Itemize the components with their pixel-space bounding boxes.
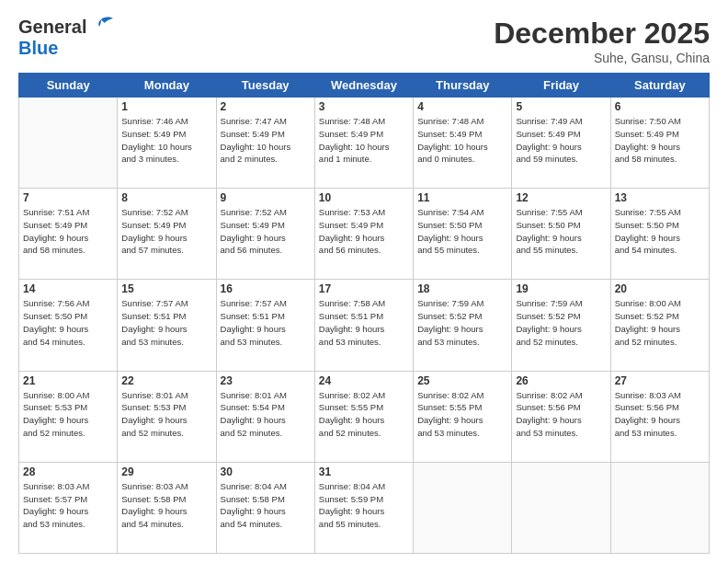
header-monday: Monday [118,74,216,98]
day-number: 29 [121,465,211,478]
day-number: 30 [221,465,311,478]
day-number: 5 [516,100,606,113]
calendar-cell: 13Sunrise: 7:55 AM Sunset: 5:50 PM Dayli… [610,189,709,280]
day-number: 25 [417,374,507,387]
day-number: 11 [417,191,507,204]
day-info: Sunrise: 7:59 AM Sunset: 5:52 PM Dayligh… [417,297,507,348]
day-info: Sunrise: 7:50 AM Sunset: 5:49 PM Dayligh… [615,115,705,166]
calendar-cell: 10Sunrise: 7:53 AM Sunset: 5:49 PM Dayli… [314,189,413,280]
month-title: December 2025 [494,17,710,51]
day-info: Sunrise: 7:55 AM Sunset: 5:50 PM Dayligh… [615,206,705,257]
day-info: Sunrise: 7:53 AM Sunset: 5:49 PM Dayligh… [319,206,409,257]
day-info: Sunrise: 7:48 AM Sunset: 5:49 PM Dayligh… [319,115,409,166]
calendar-week-row: 1Sunrise: 7:46 AM Sunset: 5:49 PM Daylig… [19,98,710,189]
calendar-cell: 14Sunrise: 7:56 AM Sunset: 5:50 PM Dayli… [19,280,118,371]
day-info: Sunrise: 7:52 AM Sunset: 5:49 PM Dayligh… [221,206,311,257]
day-info: Sunrise: 8:02 AM Sunset: 5:55 PM Dayligh… [319,389,409,440]
calendar-cell: 6Sunrise: 7:50 AM Sunset: 5:49 PM Daylig… [610,98,709,189]
day-number: 8 [121,191,211,204]
calendar-cell: 31Sunrise: 8:04 AM Sunset: 5:59 PM Dayli… [314,462,413,553]
calendar-week-row: 21Sunrise: 8:00 AM Sunset: 5:53 PM Dayli… [19,371,710,462]
day-number: 31 [319,465,409,478]
header-sunday: Sunday [19,74,118,98]
day-info: Sunrise: 8:03 AM Sunset: 5:57 PM Dayligh… [23,480,113,531]
day-number: 16 [221,282,311,295]
calendar-cell: 19Sunrise: 7:59 AM Sunset: 5:52 PM Dayli… [512,280,610,371]
calendar-cell: 7Sunrise: 7:51 AM Sunset: 5:49 PM Daylig… [19,189,118,280]
day-number: 21 [23,374,113,387]
calendar-cell [512,462,610,553]
day-info: Sunrise: 8:03 AM Sunset: 5:58 PM Dayligh… [121,480,211,531]
day-info: Sunrise: 8:01 AM Sunset: 5:54 PM Dayligh… [221,389,311,440]
calendar-cell: 27Sunrise: 8:03 AM Sunset: 5:56 PM Dayli… [610,371,709,462]
day-number: 18 [417,282,507,295]
day-info: Sunrise: 7:57 AM Sunset: 5:51 PM Dayligh… [221,297,311,348]
day-number: 1 [121,100,211,113]
day-number: 7 [23,191,113,204]
calendar-cell [19,98,118,189]
day-number: 15 [121,282,211,295]
calendar-cell: 25Sunrise: 8:02 AM Sunset: 5:55 PM Dayli… [414,371,512,462]
header-tuesday: Tuesday [216,74,314,98]
calendar-cell: 29Sunrise: 8:03 AM Sunset: 5:58 PM Dayli… [118,462,216,553]
calendar-cell: 21Sunrise: 8:00 AM Sunset: 5:53 PM Dayli… [19,371,118,462]
day-info: Sunrise: 7:48 AM Sunset: 5:49 PM Dayligh… [417,115,507,166]
page: General Blue December 2025 Suhe, Gansu, … [0,0,728,563]
calendar-cell: 17Sunrise: 7:58 AM Sunset: 5:51 PM Dayli… [314,280,413,371]
day-info: Sunrise: 7:51 AM Sunset: 5:49 PM Dayligh… [23,206,113,257]
calendar-cell: 3Sunrise: 7:48 AM Sunset: 5:49 PM Daylig… [314,98,413,189]
day-info: Sunrise: 8:00 AM Sunset: 5:53 PM Dayligh… [23,389,113,440]
day-number: 6 [615,100,705,113]
day-info: Sunrise: 8:04 AM Sunset: 5:59 PM Dayligh… [319,480,409,531]
day-info: Sunrise: 7:59 AM Sunset: 5:52 PM Dayligh… [516,297,606,348]
header-friday: Friday [512,74,610,98]
day-info: Sunrise: 8:02 AM Sunset: 5:55 PM Dayligh… [417,389,507,440]
day-info: Sunrise: 7:49 AM Sunset: 5:49 PM Dayligh… [516,115,606,166]
calendar-cell: 24Sunrise: 8:02 AM Sunset: 5:55 PM Dayli… [314,371,413,462]
day-number: 23 [221,374,311,387]
day-info: Sunrise: 7:54 AM Sunset: 5:50 PM Dayligh… [417,206,507,257]
day-info: Sunrise: 7:56 AM Sunset: 5:50 PM Dayligh… [23,297,113,348]
calendar-cell: 28Sunrise: 8:03 AM Sunset: 5:57 PM Dayli… [19,462,118,553]
calendar-cell: 8Sunrise: 7:52 AM Sunset: 5:49 PM Daylig… [118,189,216,280]
day-info: Sunrise: 8:00 AM Sunset: 5:52 PM Dayligh… [615,297,705,348]
day-info: Sunrise: 8:01 AM Sunset: 5:53 PM Dayligh… [121,389,211,440]
day-number: 24 [319,374,409,387]
calendar-cell: 16Sunrise: 7:57 AM Sunset: 5:51 PM Dayli… [216,280,314,371]
day-number: 3 [319,100,409,113]
logo: General Blue [18,17,114,59]
calendar-cell: 9Sunrise: 7:52 AM Sunset: 5:49 PM Daylig… [216,189,314,280]
day-number: 27 [615,374,705,387]
day-number: 19 [516,282,606,295]
location-subtitle: Suhe, Gansu, China [494,51,710,65]
calendar-cell: 15Sunrise: 7:57 AM Sunset: 5:51 PM Dayli… [118,280,216,371]
day-info: Sunrise: 7:57 AM Sunset: 5:51 PM Dayligh… [121,297,211,348]
title-section: December 2025 Suhe, Gansu, China [494,17,710,65]
calendar-table: Sunday Monday Tuesday Wednesday Thursday… [18,73,710,554]
calendar-week-row: 14Sunrise: 7:56 AM Sunset: 5:50 PM Dayli… [19,280,710,371]
day-info: Sunrise: 7:46 AM Sunset: 5:49 PM Dayligh… [121,115,211,166]
calendar-cell: 23Sunrise: 8:01 AM Sunset: 5:54 PM Dayli… [216,371,314,462]
calendar-cell: 2Sunrise: 7:47 AM Sunset: 5:49 PM Daylig… [216,98,314,189]
day-info: Sunrise: 7:55 AM Sunset: 5:50 PM Dayligh… [516,206,606,257]
calendar-cell: 5Sunrise: 7:49 AM Sunset: 5:49 PM Daylig… [512,98,610,189]
calendar-cell: 26Sunrise: 8:02 AM Sunset: 5:56 PM Dayli… [512,371,610,462]
day-number: 13 [615,191,705,204]
day-number: 2 [221,100,311,113]
day-number: 26 [516,374,606,387]
day-info: Sunrise: 7:52 AM Sunset: 5:49 PM Dayligh… [121,206,211,257]
calendar-cell: 18Sunrise: 7:59 AM Sunset: 5:52 PM Dayli… [414,280,512,371]
header-wednesday: Wednesday [314,74,413,98]
calendar-week-row: 28Sunrise: 8:03 AM Sunset: 5:57 PM Dayli… [19,462,710,553]
logo-general-text: General [18,17,86,38]
day-info: Sunrise: 8:03 AM Sunset: 5:56 PM Dayligh… [615,389,705,440]
calendar-cell: 1Sunrise: 7:46 AM Sunset: 5:49 PM Daylig… [118,98,216,189]
day-info: Sunrise: 7:47 AM Sunset: 5:49 PM Dayligh… [221,115,311,166]
header-saturday: Saturday [610,74,709,98]
day-number: 10 [319,191,409,204]
header: General Blue December 2025 Suhe, Gansu, … [18,17,710,65]
logo-blue-text: Blue [18,38,58,59]
day-number: 28 [23,465,113,478]
day-number: 14 [23,282,113,295]
calendar-cell: 20Sunrise: 8:00 AM Sunset: 5:52 PM Dayli… [610,280,709,371]
